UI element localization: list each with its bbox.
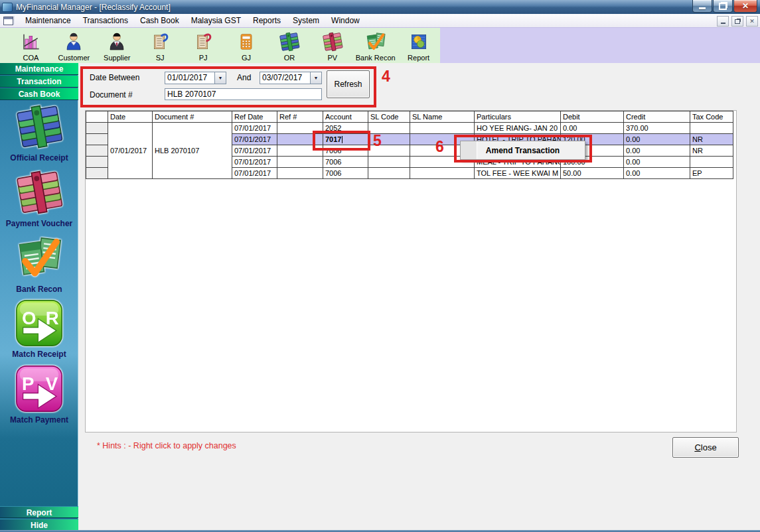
sidebar-section-maintenance[interactable]: Maintenance — [0, 63, 78, 75]
chevron-down-icon[interactable]: ▼ — [214, 72, 226, 84]
header-row: Date Document # Ref Date Ref # Account S… — [86, 111, 733, 123]
sidebar-report-button[interactable]: Report — [0, 506, 78, 518]
cell-credit[interactable]: 0.00 — [624, 145, 690, 157]
toolbar-report-button[interactable]: Report — [397, 28, 440, 64]
row-selector-cell[interactable] — [86, 134, 108, 145]
cell-sl-code[interactable] — [368, 168, 410, 179]
and-label: And — [237, 73, 251, 82]
cell-date[interactable]: 07/01/2017 — [108, 123, 153, 179]
mdi-restore-button[interactable] — [731, 16, 743, 27]
sidebar-section-cash-book[interactable]: Cash Book — [0, 88, 78, 100]
cell-ref-date[interactable]: 07/01/2017 — [232, 123, 277, 134]
cell-credit[interactable]: 370.00 — [624, 123, 690, 134]
customer-person-icon — [63, 30, 84, 54]
mdi-form-icon[interactable] — [3, 17, 13, 25]
row-selector-cell[interactable] — [86, 168, 108, 179]
restore-icon — [735, 19, 740, 24]
cell-tax-code[interactable] — [690, 157, 733, 168]
toolbar-bank-recon-button[interactable]: Bank Recon — [354, 28, 397, 64]
cell-account[interactable]: 7006 — [323, 157, 368, 168]
sidebar-item-official-receipt[interactable]: Official Receipt — [0, 101, 78, 163]
cell-sl-name[interactable] — [410, 168, 475, 179]
cell-ref-date[interactable]: 07/01/2017 — [232, 168, 277, 179]
sidebar-item-payment-voucher[interactable]: Payment Voucher — [0, 166, 78, 228]
table-row[interactable]: 07/01/2017 HLB 2070107 07/01/2017 2052 H… — [86, 123, 733, 134]
mdi-close-button[interactable]: ✕ — [746, 16, 758, 27]
cell-account[interactable]: 7006 — [323, 168, 368, 179]
toolbar-pv-button[interactable]: PV — [311, 28, 354, 64]
cell-ref-date[interactable]: 07/01/2017 — [232, 157, 277, 168]
close-button[interactable]: Close — [672, 437, 739, 458]
row-selector-cell[interactable] — [86, 123, 108, 134]
cell-debit[interactable]: 0.00 — [561, 123, 624, 134]
annotation-step4-number: 4 — [382, 68, 390, 86]
cell-particulars[interactable]: HO YEE RIANG- JAN 20 — [475, 123, 561, 134]
close-window-button[interactable]: ✕ — [733, 0, 757, 13]
cell-ref[interactable] — [277, 157, 323, 168]
transactions-table: Date Document # Ref Date Ref # Account S… — [86, 111, 733, 179]
mdi-minimize-button[interactable] — [717, 16, 729, 27]
toolbar-or-button[interactable]: OR — [267, 28, 311, 64]
refresh-button[interactable]: Refresh — [327, 70, 370, 98]
cell-sl-name[interactable] — [410, 123, 475, 134]
sidebar-item-label: Bank Recon — [0, 285, 78, 294]
cell-ref-date[interactable]: 07/01/2017 — [232, 134, 277, 145]
column-header-account: Account — [323, 111, 368, 123]
cell-tax-code[interactable]: NR — [690, 134, 733, 145]
sidebar-item-bank-recon[interactable]: Bank Recon — [0, 232, 78, 294]
hints-text: * Hints : - Right click to apply changes — [97, 441, 236, 450]
cell-ref-date[interactable]: 07/01/2017 — [232, 145, 277, 157]
sidebar-item-match-payment[interactable]: Match Payment — [0, 363, 78, 425]
money-stack-pink-icon — [13, 166, 66, 218]
toolbar-coa-button[interactable]: COA — [9, 28, 52, 64]
cell-debit[interactable]: 50.00 — [561, 168, 624, 179]
column-header-date: Date — [108, 111, 153, 123]
date-from-select[interactable]: 01/01/2017 ▼ — [165, 72, 226, 84]
menu-cash-book[interactable]: Cash Book — [134, 16, 185, 25]
cell-sl-code[interactable] — [368, 157, 410, 168]
menu-bar: Maintenance Transactions Cash Book Malay… — [0, 14, 760, 28]
date-from-value: 01/01/2017 — [165, 72, 214, 84]
sidebar-item-match-receipt[interactable]: Match Receipt — [0, 297, 78, 359]
menu-transactions[interactable]: Transactions — [77, 16, 134, 25]
menu-window[interactable]: Window — [325, 16, 366, 25]
document-number-input[interactable]: HLB 2070107 — [165, 88, 322, 100]
cell-tax-code[interactable] — [690, 123, 733, 134]
menu-system[interactable]: System — [287, 16, 325, 25]
sidebar-item-label: Payment Voucher — [0, 219, 78, 228]
cell-particulars[interactable]: TOL FEE - WEE KWAI M — [475, 168, 561, 179]
cell-ref[interactable] — [277, 168, 323, 179]
supplier-person-icon — [106, 30, 127, 54]
annotation-box-step5 — [313, 131, 370, 151]
toolbar: COA Customer Supplier SJ PJ GJ — [0, 27, 760, 63]
minimize-icon — [699, 7, 706, 9]
date-to-select[interactable]: 03/07/2017 ▼ — [260, 72, 322, 84]
menu-maintenance[interactable]: Maintenance — [19, 16, 77, 25]
menu-malaysia-gst[interactable]: Malaysia GST — [185, 16, 247, 25]
column-header — [86, 111, 108, 123]
column-header-ref-date: Ref Date — [232, 111, 277, 123]
toolbar-label: Customer — [58, 54, 90, 62]
toolbar-supplier-button[interactable]: Supplier — [96, 28, 139, 64]
toolbar-sj-button[interactable]: SJ — [139, 28, 182, 64]
sidebar-section-transaction[interactable]: Transaction — [0, 76, 78, 88]
cell-credit[interactable]: 0.00 — [624, 168, 690, 179]
cell-tax-code[interactable]: NR — [690, 145, 733, 157]
cell-document[interactable]: HLB 2070107 — [153, 123, 232, 179]
restore-button[interactable] — [713, 0, 733, 13]
grid-container: Date Document # Ref Date Ref # Account S… — [85, 110, 737, 432]
toolbar-label: OR — [284, 54, 295, 62]
cell-credit[interactable]: 0.00 — [624, 157, 690, 168]
sidebar-hide-button[interactable]: Hide — [0, 519, 78, 531]
toolbar-pj-button[interactable]: PJ — [182, 28, 225, 64]
toolbar-customer-button[interactable]: Customer — [52, 28, 96, 64]
cell-credit[interactable]: 0.00 — [624, 134, 690, 145]
chevron-down-icon[interactable]: ▼ — [310, 72, 321, 84]
cell-tax-code[interactable]: EP — [690, 168, 733, 179]
row-selector-cell[interactable] — [86, 145, 108, 157]
menu-reports[interactable]: Reports — [247, 16, 287, 25]
annotation-step6-number: 6 — [435, 138, 444, 156]
toolbar-gj-button[interactable]: GJ — [225, 28, 268, 64]
minimize-button[interactable] — [692, 0, 712, 13]
row-selector-cell[interactable] — [86, 157, 108, 168]
